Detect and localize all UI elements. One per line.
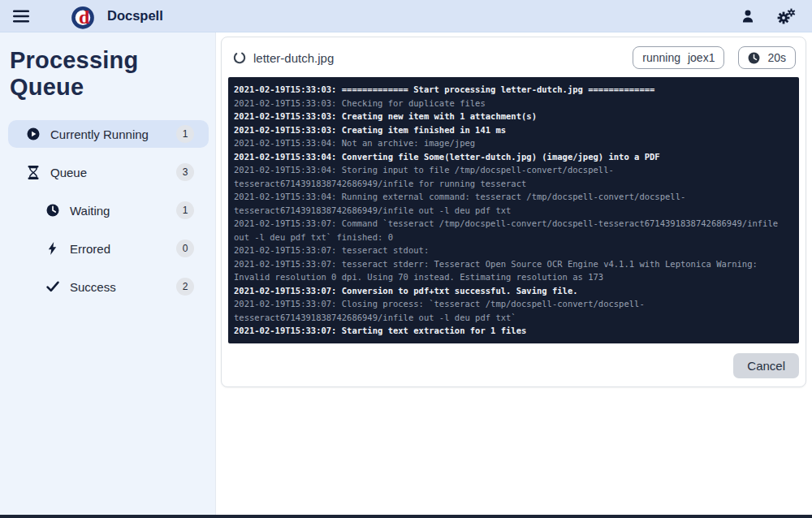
sidebar-item-label: Waiting [70, 204, 176, 218]
log-console[interactable]: 2021-02-19T15:33:03: ============= Start… [228, 77, 799, 343]
sidebar-item-label: Currently Running [50, 127, 176, 141]
count-badge: 3 [176, 163, 194, 181]
hamburger-icon [13, 10, 29, 23]
job-card-header: letter-dutch.jpg running joex1 20s [222, 37, 806, 77]
job-duration-badge: 20s [738, 46, 796, 69]
docspell-logo: d [68, 1, 97, 32]
sidebar-item-label: Errored [70, 242, 176, 256]
spinner-icon [233, 51, 246, 64]
sidebar-item-queue[interactable]: Queue3 [8, 158, 209, 186]
job-filename: letter-dutch.jpg [253, 51, 334, 65]
person-icon [741, 9, 755, 24]
count-badge: 1 [176, 125, 194, 143]
hamburger-menu-button[interactable] [11, 8, 31, 24]
log-line: 2021-02-19T15:33:07: tesseract stderr: T… [234, 257, 793, 284]
job-state-badge: running joex1 [633, 46, 724, 69]
log-line: 2021-02-19T15:33:07: Command `tesseract … [234, 217, 793, 244]
log-line: 2021-02-19T15:33:04: Running external co… [234, 190, 793, 217]
sidebar-item-label: Success [70, 280, 176, 294]
log-line: 2021-02-19T15:33:03: ============= Start… [234, 83, 793, 97]
log-line: 2021-02-19T15:33:04: Converting file Som… [234, 150, 793, 164]
cancel-button[interactable]: Cancel [733, 353, 799, 378]
job-card-footer: Cancel [222, 343, 806, 386]
page-title: Processing Queue [10, 47, 209, 101]
brand-title: Docspell [107, 8, 163, 24]
job-worker: joex1 [688, 51, 715, 64]
user-account-button[interactable] [739, 7, 757, 25]
log-line: 2021-02-19T15:33:07: Conversion to pdf+t… [234, 284, 793, 298]
queue-nav: Currently Running1Queue3Waiting1Errored0… [8, 120, 209, 300]
sidebar-item-waiting[interactable]: Waiting1 [8, 196, 209, 224]
log-line: 2021-02-19T15:33:03: Creating item finis… [234, 123, 793, 137]
check-icon [45, 281, 59, 292]
log-line: 2021-02-19T15:33:04: Not an archive: ima… [234, 136, 793, 150]
settings-button[interactable] [775, 6, 797, 26]
bolt-icon [45, 242, 59, 255]
job-duration: 20s [767, 51, 786, 64]
svg-text:d: d [79, 6, 90, 27]
sidebar-item-errored[interactable]: Errored0 [8, 235, 209, 262]
gears-icon [776, 8, 796, 24]
count-badge: 2 [176, 278, 194, 296]
hourglass-icon [26, 166, 40, 179]
topbar: d Docspell [0, 0, 812, 32]
job-state: running [642, 51, 680, 64]
count-badge: 0 [176, 240, 194, 257]
log-line: 2021-02-19T15:33:03: Creating new item w… [234, 110, 793, 123]
log-line: 2021-02-19T15:33:07: Starting text extra… [234, 324, 793, 338]
log-line: 2021-02-19T15:33:03: Checking for duplic… [234, 97, 793, 110]
clock-icon [45, 204, 59, 217]
sidebar-item-success[interactable]: Success2 [8, 273, 209, 300]
log-line: 2021-02-19T15:33:07: tesseract stdout: [234, 244, 793, 257]
clock-icon [748, 52, 760, 64]
main-content: letter-dutch.jpg running joex1 20s 2021-… [216, 32, 812, 515]
sidebar-item-label: Queue [50, 166, 176, 179]
sidebar-item-currently-running[interactable]: Currently Running1 [8, 120, 209, 148]
log-line: 2021-02-19T15:33:04: Storing input to fi… [234, 163, 793, 190]
play-circle-icon [26, 127, 40, 140]
count-badge: 1 [176, 201, 194, 219]
job-card: letter-dutch.jpg running joex1 20s 2021-… [221, 37, 806, 387]
sidebar: Processing Queue Currently Running1Queue… [0, 32, 216, 515]
log-line: 2021-02-19T15:33:07: Closing process: `t… [234, 297, 793, 324]
bottom-bar [0, 515, 812, 518]
